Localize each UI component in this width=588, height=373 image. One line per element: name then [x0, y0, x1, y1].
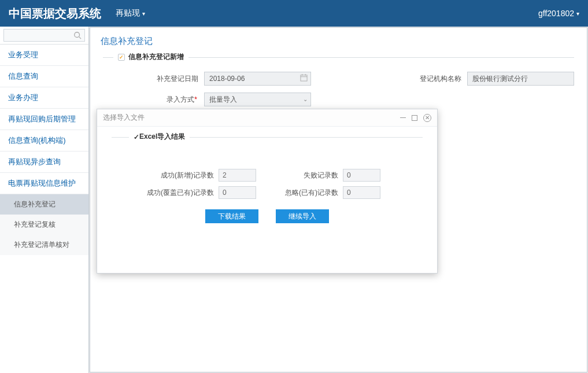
input-success-new: [219, 169, 256, 182]
form-row-date-org: 补充登记日期 登记机构名称: [103, 68, 574, 89]
maximize-button[interactable]: [412, 115, 417, 121]
modal-panel-result: ✓ Excel导入结果 成功(新增)记录数 失败记录数 成功(覆盖已有)记录数 …: [112, 137, 423, 223]
panel-title: 信息补充登记新增: [128, 52, 184, 62]
subnav-info-supplement-register[interactable]: 信息补充登记: [0, 194, 88, 215]
header-menu-label: 再贴现: [116, 8, 140, 19]
panel-supplement-add: ✓ 信息补充登记新增 补充登记日期 登记机构名称 录入方式*: [103, 57, 574, 110]
select-wrapper: ⌄: [204, 93, 311, 106]
result-row-2: 成功(覆盖已有)记录数 忽略(已有)记录数: [112, 184, 423, 201]
modal-header: 选择导入文件 ✕: [97, 109, 437, 127]
form-row-method: 录入方式* ⌄: [103, 89, 574, 110]
close-button[interactable]: ✕: [423, 114, 431, 122]
label-input-method: 录入方式*: [103, 95, 204, 105]
continue-import-button[interactable]: 继续导入: [276, 209, 329, 223]
checkbox-icon: ✓: [134, 133, 139, 141]
caret-down-icon: ▾: [576, 10, 579, 17]
label-register-date: 补充登记日期: [103, 74, 204, 84]
modal-legend: ✓ Excel导入结果: [129, 132, 190, 142]
label-org-name: 登记机构名称: [311, 74, 467, 84]
header-menu-rediscount[interactable]: 再贴现 ▾: [116, 8, 145, 19]
sidebar-item-ebill-maintain[interactable]: 电票再贴现信息维护: [0, 173, 88, 194]
sidebar: 业务受理 信息查询 业务办理 再贴现回购后期管理 信息查询(机构端) 再贴现异步…: [0, 27, 89, 373]
input-fail: [343, 169, 380, 182]
result-row-1: 成功(新增)记录数 失败记录数: [112, 167, 423, 184]
label-ignore: 忽略(已有)记录数: [256, 188, 343, 198]
modal-title: 选择导入文件: [103, 113, 145, 123]
sidebar-item-repo-manage[interactable]: 再贴现回购后期管理: [0, 109, 88, 130]
modal-controls: ✕: [400, 114, 431, 122]
input-org-name[interactable]: [467, 72, 574, 86]
import-file-modal: 选择导入文件 ✕ ✓ Excel导入结果 成功(新增)记录数 失败: [97, 109, 438, 274]
input-register-date[interactable]: [204, 72, 311, 86]
user-label: gff201802: [538, 9, 574, 18]
download-result-button[interactable]: 下载结果: [205, 209, 258, 223]
main-content: 信息补充登记 ✓ 信息补充登记新增 补充登记日期 登记机构名称 录入方式: [90, 27, 587, 372]
input-success-over: [219, 186, 256, 199]
modal-body: ✓ Excel导入结果 成功(新增)记录数 失败记录数 成功(覆盖已有)记录数 …: [97, 127, 437, 234]
checkbox-icon: ✓: [118, 54, 125, 61]
search-box: [0, 27, 88, 45]
subnav-supplement-list-check[interactable]: 补充登记清单核对: [0, 235, 88, 255]
search-input[interactable]: [3, 29, 85, 42]
required-mark: *: [194, 95, 197, 104]
label-success-over: 成功(覆盖已有)记录数: [112, 188, 219, 198]
sidebar-item-business-accept[interactable]: 业务受理: [0, 45, 88, 66]
label-success-new: 成功(新增)记录数: [112, 171, 219, 180]
user-menu[interactable]: gff201802 ▾: [538, 9, 579, 18]
select-input-method[interactable]: [204, 93, 311, 106]
app-title: 中国票据交易系统: [9, 6, 101, 21]
date-input-wrapper: [204, 72, 311, 86]
label-input-method-text: 录入方式: [167, 95, 194, 104]
subnav-supplement-review[interactable]: 补充登记复核: [0, 215, 88, 235]
caret-down-icon: ▾: [142, 10, 145, 17]
minimize-button[interactable]: [400, 117, 406, 118]
input-ignore: [343, 186, 380, 199]
sidebar-item-info-query-org[interactable]: 信息查询(机构端): [0, 130, 88, 152]
modal-button-row: 下载结果 继续导入: [112, 209, 423, 223]
sidebar-item-business-process[interactable]: 业务办理: [0, 87, 88, 109]
sidebar-item-info-query[interactable]: 信息查询: [0, 66, 88, 87]
modal-panel-title: Excel导入结果: [139, 132, 185, 142]
label-fail: 失败记录数: [256, 171, 343, 180]
app-header: 中国票据交易系统 再贴现 ▾ gff201802 ▾: [0, 0, 588, 27]
header-left: 中国票据交易系统 再贴现 ▾: [9, 6, 145, 21]
page-title: 信息补充登记: [90, 28, 587, 51]
sidebar-item-async-query[interactable]: 再贴现异步查询: [0, 152, 88, 173]
main-container: 业务受理 信息查询 业务办理 再贴现回购后期管理 信息查询(机构端) 再贴现异步…: [0, 27, 588, 373]
panel-legend: ✓ 信息补充登记新增: [113, 52, 188, 62]
